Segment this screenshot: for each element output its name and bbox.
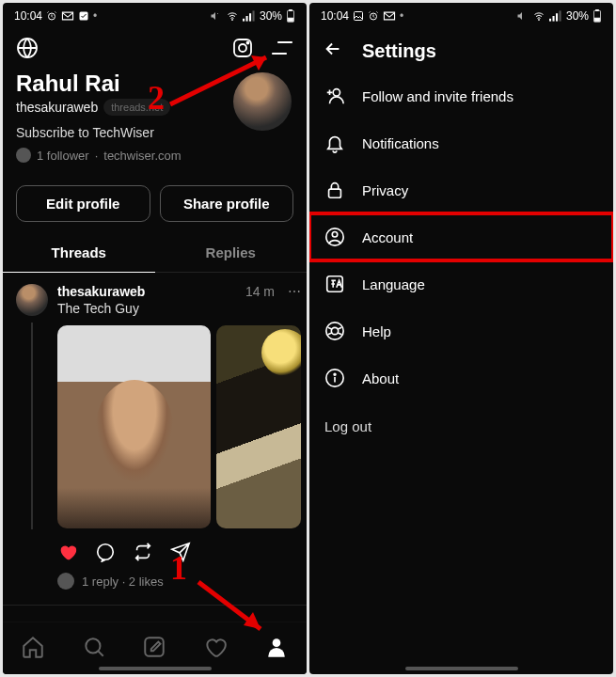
svg-point-12 bbox=[239, 44, 246, 52]
annotation-number-2: 2 bbox=[148, 78, 165, 118]
post-image-2[interactable] bbox=[216, 325, 301, 528]
svg-rect-30 bbox=[559, 10, 561, 21]
status-bar: 10:04 • 30% bbox=[309, 3, 613, 29]
back-icon[interactable] bbox=[323, 39, 343, 63]
gmail-icon bbox=[61, 11, 74, 21]
post-time: 14 m bbox=[245, 284, 275, 299]
settings-item-language[interactable]: Language bbox=[309, 260, 613, 307]
svg-rect-6 bbox=[252, 10, 254, 21]
edit-profile-button[interactable]: Edit profile bbox=[16, 185, 150, 222]
post-text: The Tech Guy bbox=[57, 301, 301, 316]
svg-rect-33 bbox=[594, 18, 600, 22]
thread-line bbox=[31, 323, 33, 529]
post-meta[interactable]: 1 reply · 2 likes bbox=[82, 575, 164, 589]
svg-point-26 bbox=[538, 20, 539, 21]
settings-item-about[interactable]: About bbox=[309, 354, 613, 401]
svg-rect-9 bbox=[288, 18, 293, 22]
svg-point-39 bbox=[326, 323, 343, 339]
globe-icon[interactable] bbox=[16, 37, 39, 63]
battery-icon bbox=[286, 9, 295, 23]
like-icon[interactable] bbox=[57, 542, 78, 567]
svg-point-37 bbox=[332, 232, 338, 238]
settings-label: About bbox=[362, 370, 399, 386]
post-avatar[interactable] bbox=[16, 284, 48, 316]
gesture-bar bbox=[405, 667, 518, 670]
svg-rect-5 bbox=[249, 13, 251, 21]
settings-label: Privacy bbox=[362, 182, 408, 198]
separator bbox=[3, 605, 307, 606]
tab-replies[interactable]: Replies bbox=[155, 233, 308, 273]
nav-home-icon[interactable] bbox=[21, 635, 45, 663]
nav-search-icon[interactable] bbox=[82, 635, 106, 663]
settings-item-account[interactable]: Account bbox=[309, 213, 613, 260]
repost-icon[interactable] bbox=[133, 542, 153, 567]
svg-rect-27 bbox=[549, 19, 551, 22]
settings-label: Notifications bbox=[362, 135, 439, 151]
svg-rect-4 bbox=[245, 16, 247, 22]
settings-logout[interactable]: Log out bbox=[309, 401, 613, 451]
svg-rect-24 bbox=[355, 12, 363, 21]
status-time: 10:04 bbox=[321, 9, 349, 23]
menu-icon[interactable] bbox=[271, 39, 293, 60]
nav-activity-icon[interactable] bbox=[203, 635, 228, 663]
settings-item-help[interactable]: Help bbox=[309, 307, 613, 354]
person-plus-icon bbox=[324, 86, 345, 106]
post-more-icon[interactable]: ⋯ bbox=[288, 284, 301, 299]
profile-avatar[interactable] bbox=[233, 72, 292, 131]
svg-point-17 bbox=[86, 638, 100, 653]
comment-icon[interactable] bbox=[95, 542, 116, 567]
post-image-1[interactable] bbox=[57, 325, 211, 528]
follower-row[interactable]: 1 follower · techwiser.com bbox=[16, 148, 293, 163]
status-bar: 10:04 • 30% bbox=[3, 3, 307, 29]
svg-point-13 bbox=[247, 42, 249, 44]
signal-icon bbox=[549, 10, 562, 22]
follower-avatar-icon bbox=[16, 148, 31, 163]
signal-icon bbox=[243, 10, 256, 22]
phone-right-settings: 10:04 • 30% bbox=[309, 3, 613, 674]
instagram-icon[interactable] bbox=[231, 37, 254, 63]
phone-left-profile: 10:04 • 30% bbox=[3, 3, 307, 674]
status-time: 10:04 bbox=[14, 9, 42, 23]
status-dot: • bbox=[93, 9, 97, 23]
svg-point-19 bbox=[272, 638, 280, 647]
share-profile-button[interactable]: Share profile bbox=[160, 185, 294, 222]
settings-label: Account bbox=[362, 229, 413, 245]
nav-profile-icon[interactable] bbox=[264, 635, 289, 663]
image-icon bbox=[353, 10, 364, 22]
post-username[interactable]: thesakuraweb bbox=[57, 284, 145, 299]
svg-rect-28 bbox=[552, 16, 554, 22]
profile-topbar bbox=[3, 29, 307, 67]
settings-item-privacy[interactable]: Privacy bbox=[309, 166, 613, 213]
bell-icon bbox=[324, 133, 345, 153]
settings-item-follow[interactable]: Follow and invite friends bbox=[309, 72, 613, 119]
battery-text: 30% bbox=[566, 9, 589, 23]
svg-rect-3 bbox=[243, 19, 245, 22]
mute-icon bbox=[209, 10, 222, 22]
settings-label: Language bbox=[362, 276, 425, 292]
settings-label: Follow and invite friends bbox=[362, 88, 513, 104]
help-icon bbox=[324, 321, 345, 341]
post[interactable]: thesakuraweb 14 m ⋯ The Tech Guy bbox=[3, 273, 307, 605]
svg-rect-35 bbox=[329, 189, 341, 197]
annotation-number-1: 1 bbox=[170, 548, 187, 588]
battery-text: 30% bbox=[260, 9, 282, 23]
svg-rect-32 bbox=[596, 9, 599, 10]
mute-icon bbox=[515, 10, 529, 22]
settings-label: Help bbox=[362, 323, 391, 339]
account-icon bbox=[324, 227, 345, 247]
gesture-bar bbox=[99, 667, 212, 670]
profile-handle: thesakuraweb bbox=[16, 100, 98, 115]
settings-item-notifications[interactable]: Notifications bbox=[309, 119, 613, 166]
settings-header: Settings bbox=[309, 29, 613, 72]
settings-title: Settings bbox=[362, 40, 436, 62]
tab-threads[interactable]: Threads bbox=[3, 233, 155, 273]
svg-rect-29 bbox=[556, 13, 558, 21]
wifi-icon bbox=[532, 10, 545, 22]
profile-link[interactable]: techwiser.com bbox=[103, 149, 181, 163]
nav-compose-icon[interactable] bbox=[142, 635, 166, 663]
reply-avatar-icon bbox=[57, 573, 74, 590]
alarm-icon bbox=[368, 10, 379, 22]
status-dot: • bbox=[400, 9, 403, 23]
wifi-icon bbox=[226, 10, 239, 22]
battery-icon bbox=[592, 9, 602, 23]
